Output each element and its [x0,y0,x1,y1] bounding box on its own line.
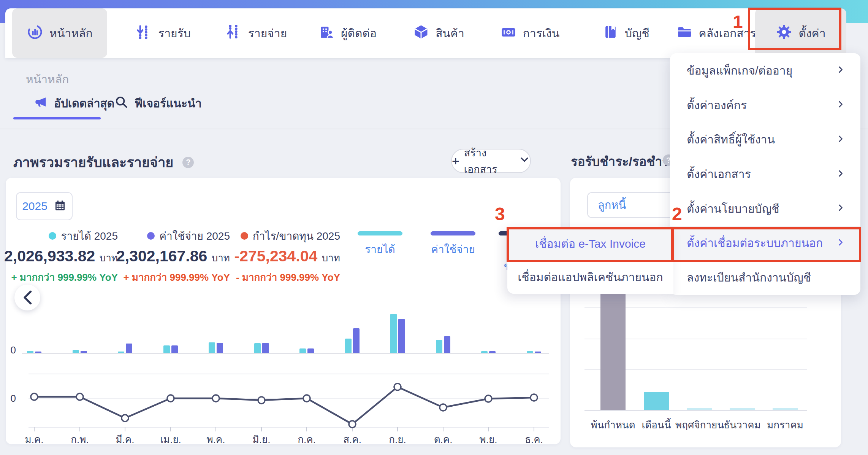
plus-icon: + [452,154,459,169]
settings-menu-item-0[interactable]: ข้อมูลแพ็กเกจ/ต่ออายุ [670,53,860,88]
bar-รายได้ 2025-มิ.ย. [254,343,261,353]
chevron-right-icon [836,202,845,215]
settings-menu-item-4[interactable]: ตั้งค่านโยบายบัญชี [670,191,860,226]
legend-label: ค่าใช้จ่าย [426,241,480,258]
stat-2: กำไร/ขาดทุน 2025-275,234.04 บาท- มากกว่า… [234,228,340,285]
settings-menu-item-1[interactable]: ตั้งค่าองค์กร [670,88,860,123]
stat-value: 2,026,933.82 [4,247,95,265]
menu-item-label: ตั้งค่านโยบายบัญชี [687,200,779,218]
settings-submenu-item-0[interactable]: เชื่อมต่อ e-Tax Invoice [507,227,673,260]
tab-label: อัปเดตล่าสุด [54,94,114,112]
aging-bar-มกราคม [773,408,798,410]
top-navbar: หน้าหลักรายรับรายจ่ายผู้ติดต่อสินค้าการเ… [5,8,841,58]
year-selector[interactable]: 2025 [16,192,73,220]
nav-item-label: คลังเอกสาร [699,24,756,42]
nav-item-label: สินค้า [436,24,464,42]
nav-item-4[interactable]: สินค้า [404,8,473,58]
accounting-icon [602,24,619,43]
nav-item-label: รายรับ [158,24,191,42]
stat-unit: บาท [212,252,230,264]
month-label: ก.พ. [61,431,99,447]
nav-item-1[interactable]: รายรับ [127,8,199,58]
chevron-right-icon [836,64,845,77]
bar-ค่าใช้จ่าย 2025-พ.ค. [217,343,223,353]
megaphone-icon [33,95,48,112]
chevron-right-icon [836,168,845,181]
bar-รายได้ 2025-ก.พ. [73,350,79,353]
receivables-title: รอรับชำระ/รอชำระ [571,151,676,172]
aging-bar-เดือนนี้ [644,392,669,410]
help-icon[interactable]: ? [182,157,194,168]
bar-รายได้ 2025-ม.ค. [27,351,33,353]
nav-item-6[interactable]: บัญชี [592,8,659,58]
create-document-button[interactable]: + สร้างเอกสาร [451,149,531,173]
chevron-right-icon [836,133,845,146]
legend-toggle-1[interactable]: ค่าใช้จ่าย [426,231,480,258]
menu-item-label: ตั้งค่าสิทธิ์ผู้ใช้งาน [687,130,775,148]
select-value: ลูกหนี้ [598,196,626,214]
income-icon [135,24,152,43]
active-tab-underline [13,117,101,119]
month-label: ส.ค. [333,431,371,447]
bar-ค่าใช้จ่าย 2025-ส.ค. [353,328,360,353]
menu-item-label: ข้อมูลแพ็กเกจ/ต่ออายุ [687,62,792,80]
nav-item-3[interactable]: ผู้ติดต่อ [309,8,385,58]
tab-latest-updates[interactable]: อัปเดตล่าสุด [33,94,114,112]
nav-item-label: ตั้งค่า [798,24,825,42]
bar-ค่าใช้จ่าย 2025-มิ.ย. [262,343,269,353]
aging-chart-baseline [584,410,807,411]
finance-icon [500,24,517,43]
legend-dot [241,232,248,240]
settings-submenu-item-1[interactable]: เชื่อมต่อแอปพลิเคชันภายนอก [507,260,673,294]
line-axis-zero: 0 [1,393,16,404]
nav-item-0[interactable]: หน้าหลัก [12,8,107,58]
nav-item-2[interactable]: รายจ่าย [218,8,294,58]
nav-item-label: ผู้ติดต่อ [341,24,377,42]
bar-รายได้ 2025-ก.ค. [299,348,306,353]
annotation-number-1: 1 [733,11,743,32]
settings-menu-item-2[interactable]: ตั้งค่าสิทธิ์ผู้ใช้งาน [670,122,860,157]
legend-swatch [431,231,475,235]
month-label: ก.ย. [379,431,417,447]
bar-ค่าใช้จ่าย 2025-ก.ย. [398,319,405,353]
settings-dropdown-menu: ข้อมูลแพ็กเกจ/ต่ออายุตั้งค่าองค์กรตั้งค่… [670,53,860,295]
nav-item-5[interactable]: การเงิน [492,8,568,58]
bar-ค่าใช้จ่าย 2025-ธ.ค. [535,352,541,353]
menu-item-label: ลงทะเบียนสำนักงานบัญชี [687,269,811,286]
product-icon [413,24,429,43]
tab-recommended-features[interactable]: ฟีเจอร์แนะนำ [114,94,202,112]
stat-label: รายได้ 2025 [61,228,118,244]
expense-icon [225,24,242,43]
bar-ค่าใช้จ่าย 2025-เม.ย. [171,345,178,353]
calendar-icon [54,199,67,213]
bar-รายได้ 2025-ธ.ค. [527,351,533,353]
settings-menu-item-3[interactable]: ตั้งค่าเอกสาร [670,157,860,191]
legend-label: รายได้ [353,241,407,258]
settings-menu-item-5[interactable]: ตั้งค่าเชื่อมต่อระบบภายนอก [670,226,860,261]
legend-swatch [358,231,402,235]
nav-item-7[interactable]: คลังเอกสาร [672,8,760,58]
external-connect-submenu: เชื่อมต่อ e-Tax Invoiceเชื่อมต่อแอปพลิเค… [507,227,673,294]
month-label: ม.ค. [15,431,53,447]
stat-value: 2,302,167.86 [116,247,207,265]
bar-รายได้ 2025-มี.ค. [118,352,124,353]
month-label: ต.ค. [424,431,462,447]
stat-label: กำไร/ขาดทุน 2025 [253,228,340,244]
stat-yoy: + มากกว่า 999.99% YoY [116,269,230,285]
bar-ค่าใช้จ่าย 2025-มี.ค. [126,344,132,353]
bar-ค่าใช้จ่าย 2025-ม.ค. [35,352,41,353]
aging-bar-พฤศจิกายน [687,408,712,410]
stat-yoy: - มากกว่า 999.99% YoY [234,269,340,285]
settings-menu-item-6[interactable]: ลงทะเบียนสำนักงานบัญชี [670,260,860,295]
search-icon [114,95,128,112]
stat-label: ค่าใช้จ่าย 2025 [159,228,230,244]
bar-รายได้ 2025-พ.ค. [209,342,215,353]
legend-toggle-0[interactable]: รายได้ [353,231,407,258]
aging-label: มกราคม [755,417,816,433]
chevron-right-icon [836,237,845,250]
bar-axis-zero: 0 [1,344,16,356]
nav-item-8[interactable]: ตั้งค่า [755,8,846,58]
annotation-number-2: 2 [672,204,682,224]
carousel-prev-button[interactable] [14,285,40,310]
bar-ค่าใช้จ่าย 2025-ต.ค. [444,336,450,353]
